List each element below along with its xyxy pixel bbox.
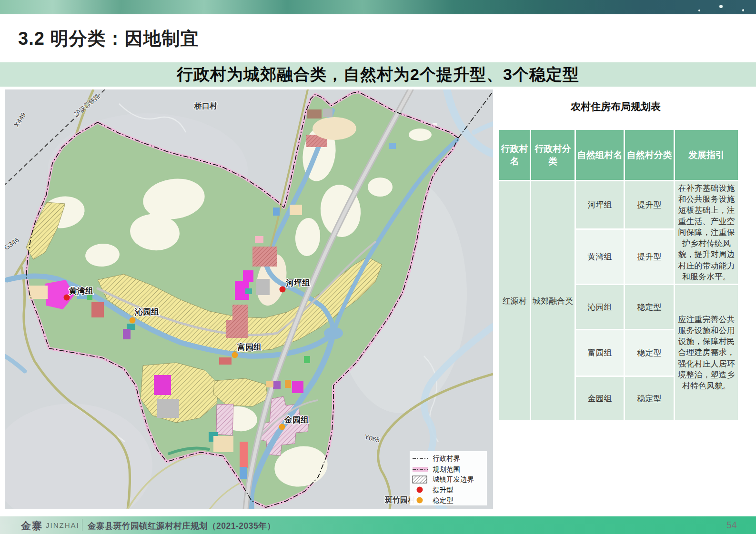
subtitle-text: 行政村为城郊融合类，自然村为2个提升型、3个稳定型: [177, 64, 579, 86]
legend-label-plan-scope: 规划范围: [433, 465, 460, 473]
footer-page-number: 54: [726, 520, 737, 531]
label-qinyuan: 沁园组: [134, 307, 159, 316]
legend-symbol-stable-dot: [417, 497, 423, 504]
slide-page: 3.2 明分类：因地制宜 行政村为城郊融合类，自然村为2个提升型、3个稳定型: [0, 0, 756, 534]
cell-group-class: 稳定型: [625, 285, 674, 329]
footer-bar: 金寨 JINZHAI 金寨县斑竹园镇红源村村庄规划（2021-2035年） 54: [0, 516, 756, 534]
cell-group-name: 黄湾组: [576, 230, 624, 284]
decorative-top-strip: [0, 0, 756, 14]
legend-symbol-upgrade-dot: [417, 487, 423, 493]
legend-label-admin-boundary: 行政村界: [433, 455, 460, 462]
cell-guidance-1: 在补齐基础设施和公共服务设施短板基础上，注重生活、产业空间保障，注重保护乡村传统…: [675, 181, 738, 284]
table-header-row: 行政村名 行政村分类 自然组村名 自然村分类 发展指引: [499, 130, 738, 180]
dot-stable-fuyuan: [232, 352, 238, 358]
page-title: 3.2 明分类：因地制宜: [18, 27, 199, 51]
footer-divider: [82, 519, 82, 531]
cell-group-class: 提升型: [625, 230, 674, 284]
label-jinyuan: 金园组: [284, 415, 309, 425]
legend-label-dev-boundary: 城镇开发边界: [432, 475, 474, 483]
label-fuyuan: 富园组: [237, 342, 262, 352]
cell-group-name: 河坪组: [576, 181, 624, 228]
building-gray: [323, 109, 333, 117]
cell-village-class: 城郊融合类: [531, 181, 575, 420]
header-village-class: 行政村分类: [531, 130, 575, 180]
dot-stable-qinyuan: [130, 317, 136, 324]
sparkle-dot: [742, 9, 744, 11]
header-group-name: 自然组村名: [576, 130, 624, 180]
planning-map: X449 G346 Y065 沪汉蓉铁路 桥口村 河坪组 黄湾组 沁园组 富园组…: [5, 89, 493, 509]
label-huangwan: 黄湾组: [69, 287, 93, 296]
table-title: 农村住房布局规划表: [499, 100, 732, 113]
label-heping: 河坪组: [285, 278, 310, 287]
map-canvas: X449 G346 Y065 沪汉蓉铁路 桥口村 河坪组 黄湾组 沁园组 富园组…: [5, 89, 493, 509]
map-legend: 行政村界 规划范围 城镇开发边界 提升型 稳定型: [410, 451, 487, 505]
legend-label-stable: 稳定型: [433, 496, 454, 504]
label-qiaokou: 桥口村: [194, 102, 217, 110]
cell-group-name: 富园组: [576, 330, 624, 376]
sparkle-dot: [698, 10, 700, 11]
subtitle-banner: 行政村为城郊融合类，自然村为2个提升型、3个稳定型: [0, 62, 756, 87]
cell-group-name: 金园组: [576, 377, 624, 420]
legend-label-upgrade: 提升型: [433, 486, 454, 494]
footer-brand-cn: 金寨: [21, 519, 43, 533]
footer-brand-en: JINZHAI: [46, 521, 80, 529]
sparkle-dot: [719, 5, 723, 8]
header-guidance: 发展指引: [675, 130, 738, 180]
header-group-class: 自然村分类: [625, 130, 674, 180]
cell-village-name: 红源村: [499, 181, 530, 420]
cell-group-class: 稳定型: [625, 330, 674, 376]
table-row: 红源村 城郊融合类 河坪组 提升型 在补齐基础设施和公共服务设施短板基础上，注重…: [499, 181, 738, 228]
footer-doc-title: 金寨县斑竹园镇红源村村庄规划（2021-2035年）: [88, 520, 275, 532]
housing-plan-table: 行政村名 行政村分类 自然组村名 自然村分类 发展指引 红源村 城郊融合类 河坪…: [498, 129, 739, 422]
dot-stable-jinyuan: [279, 424, 285, 430]
dot-upgrade-heping: [280, 287, 286, 293]
cell-group-class: 提升型: [625, 181, 674, 228]
cell-guidance-2: 应注重完善公共服务设施和公用设施，保障村民合理建房需求，强化村庄人居环境整治，塑…: [675, 285, 738, 420]
header-village-name: 行政村名: [499, 130, 530, 180]
cell-group-class: 稳定型: [625, 377, 674, 420]
cell-group-name: 沁园组: [576, 285, 624, 329]
building-brown: [307, 109, 322, 119]
legend-symbol-dev-boundary: [413, 476, 427, 483]
